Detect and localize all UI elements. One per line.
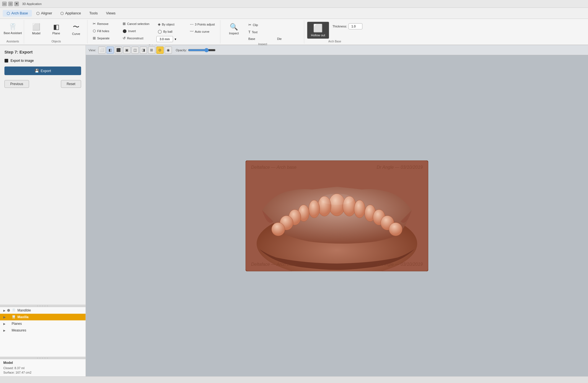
auto-curve-icon: 〰	[190, 29, 194, 34]
opacity-slider[interactable]	[188, 48, 216, 52]
thickness-input[interactable]	[349, 23, 362, 29]
clip-btn[interactable]: ✂ Clip	[246, 22, 302, 28]
svg-point-5	[309, 200, 320, 218]
base-assistant-icon: 🦷	[9, 23, 17, 31]
expand-maxilla-icon: ▶	[3, 316, 6, 319]
mm-dropdown-icon[interactable]: ▼	[174, 38, 177, 41]
maxilla-icon: 🦷	[12, 315, 16, 319]
curve-icon: 〜	[73, 22, 79, 31]
view-btn-8[interactable]: ⊙	[156, 47, 164, 54]
reconstruct-btn[interactable]: ↺ Reconstruct	[120, 35, 152, 41]
text-icon: T	[248, 30, 251, 34]
model-btn[interactable]: ⬜ Model	[27, 21, 46, 37]
fill-holes-icon: ⬡	[93, 29, 96, 33]
plane-btn[interactable]: ◧ Plane	[47, 21, 66, 37]
view-btn-2[interactable]: ◧	[107, 47, 114, 54]
remove-btn[interactable]: ✂ Remove	[90, 21, 118, 27]
view-btn-3[interactable]: ⬛	[115, 47, 122, 54]
viewport-canvas[interactable]: Deltaface — Arch base Dr Angle — 03/10/2…	[86, 55, 588, 376]
status-bar	[0, 376, 588, 383]
remove-icon: ✂	[93, 22, 96, 26]
by-ball-btn[interactable]: ◯ By ball	[155, 28, 183, 35]
watermark-top-right: Dr Angle — 03/10/2019	[376, 165, 423, 170]
model-info-title: Model	[3, 361, 82, 365]
reset-btn[interactable]: Reset	[61, 80, 81, 88]
auto-curve-btn[interactable]: 〰 Auto curve	[187, 28, 217, 35]
tree-item-maxilla[interactable]: ▶ 🦷 Maxilla	[0, 314, 86, 320]
base-assistant-btn[interactable]: 🦷 Base Assistant	[3, 21, 22, 37]
export-icon: 💾	[35, 69, 39, 73]
model-icon: ⬜	[32, 23, 40, 31]
svg-point-15	[320, 194, 354, 205]
arch-base-icon: ⬡	[7, 11, 10, 16]
tree-item-planes[interactable]: ▶ Planes	[0, 320, 86, 327]
cancel-selection-btn[interactable]: ⊠ Cancel selection	[120, 21, 152, 27]
separate-btn[interactable]: ⊞ Separate	[90, 35, 118, 41]
minimize-btn[interactable]: —	[2, 2, 7, 6]
view-btn-6[interactable]: ◨	[140, 47, 147, 54]
svg-point-12	[272, 223, 285, 236]
inspect-icon: 🔍	[230, 23, 238, 31]
view-btn-5[interactable]: ◫	[131, 47, 139, 54]
hollow-out-btn[interactable]: ⬜ Hollow out	[307, 22, 329, 39]
separate-icon: ⊞	[93, 36, 96, 40]
by-object-icon: ◈	[158, 22, 161, 26]
dental-model-svg	[246, 160, 428, 271]
toolbar: 🦷 Base Assistant Assistants ⬜ Model ◧ Pl…	[0, 19, 588, 45]
die-btn[interactable]: Die	[275, 36, 302, 42]
tree-item-measures[interactable]: ▶ Measures	[0, 327, 86, 334]
export-to-image-label: Export to image	[11, 59, 34, 63]
text-btn[interactable]: T Text	[246, 29, 302, 35]
nav-bar: ⬡ Arch Base ⬡ Aligner ⬡ Appliance Tools …	[0, 8, 588, 19]
nav-arch-base[interactable]: ⬡ Arch Base	[3, 10, 32, 17]
left-panel: Step 7: Export Export to image 💾 Export …	[0, 45, 86, 376]
export-to-image-checkbox[interactable]	[4, 59, 8, 63]
view-controls-bar: View: ⬜ ◧ ⬛ ▣ ◫ ◨ ⊞ ⊙ ◉ Opacity:	[86, 45, 588, 55]
maxilla-color-dot	[7, 316, 10, 318]
nav-tools[interactable]: Tools	[86, 10, 102, 16]
svg-point-14	[389, 223, 402, 236]
nav-views[interactable]: Views	[102, 10, 119, 16]
nav-buttons: Previous Reset	[4, 80, 81, 88]
three-points-btn[interactable]: ⋯ 3 Points adjust	[187, 21, 217, 27]
model-closed: Closed: 8.37 ml	[3, 366, 82, 370]
invert-icon: ⬤	[123, 29, 127, 33]
clip-icon: ✂	[248, 23, 251, 27]
workflow-title: Step 7: Export	[4, 50, 81, 54]
invert-btn[interactable]: ⬤ Invert	[120, 28, 152, 34]
fill-holes-btn[interactable]: ⬡ Fill holes	[90, 28, 118, 34]
mm-input[interactable]	[156, 36, 173, 42]
export-to-image-row: Export to image	[4, 59, 81, 63]
inspect-btn[interactable]: 🔍 Inspect	[223, 21, 245, 37]
app-title: 3D Application	[22, 2, 42, 6]
nav-aligner[interactable]: ⬡ Aligner	[32, 10, 56, 17]
view-btn-4[interactable]: ▣	[123, 47, 130, 54]
maximize-btn[interactable]: □	[8, 2, 13, 6]
view-btn-1[interactable]: ⬜	[98, 47, 105, 54]
by-object-btn[interactable]: ◈ By object	[155, 21, 183, 27]
resize-handle-model[interactable]: • • • • •	[0, 357, 86, 359]
nav-appliance[interactable]: ⬡ Appliance	[56, 10, 85, 17]
mandible-color-dot	[7, 309, 10, 312]
view-btn-9[interactable]: ◉	[165, 47, 172, 54]
objects-section: ⬜ Model ◧ Plane 〜 Curve Objects	[25, 20, 87, 44]
tree-item-mandible[interactable]: ▶ 🦷 Mandible	[0, 307, 86, 314]
workflow-panel: Step 7: Export Export to image 💾 Export …	[0, 45, 86, 305]
watermark-top-left: Deltaface — Arch base	[251, 165, 296, 170]
close-btn[interactable]: ✕	[14, 2, 19, 6]
previous-btn[interactable]: Previous	[4, 80, 29, 88]
watermark-bottom-right: Dr Angle — 03/10/2019	[376, 262, 423, 267]
export-btn[interactable]: 💾 Export	[4, 67, 81, 75]
appliance-icon: ⬡	[60, 11, 64, 16]
resize-handle-panel[interactable]: • • • • •	[0, 305, 86, 307]
three-points-icon: ⋯	[190, 22, 194, 26]
aligner-icon: ⬡	[36, 11, 40, 16]
watermark-bottom-left: Deltaface — Arch base	[251, 262, 296, 267]
model-surface: Surface: 167.47 cm2	[3, 370, 82, 375]
view-btn-7[interactable]: ⊞	[148, 47, 155, 54]
expand-planes-icon: ▶	[3, 322, 6, 325]
assistants-section: 🦷 Base Assistant Assistants	[2, 20, 24, 44]
curve-btn[interactable]: 〜 Curve	[67, 21, 86, 37]
opacity-label: Opacity:	[176, 48, 187, 52]
base-btn[interactable]: Base	[246, 36, 274, 42]
